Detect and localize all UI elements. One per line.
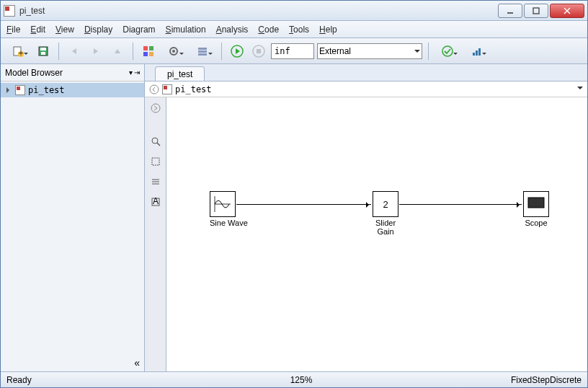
stop-button[interactable] [249,42,268,61]
model-browser-panel: Model Browser ▾ ⇥ pi_test « [1,64,145,371]
path-input[interactable] [175,84,574,94]
toggle-sample-time-icon[interactable] [148,174,164,190]
menu-tools[interactable]: Tools [289,25,309,35]
svg-rect-30 [152,158,159,165]
svg-rect-1 [533,8,539,14]
chevron-down-icon[interactable] [577,87,583,92]
sine-wave-icon [212,193,233,215]
maximize-button[interactable] [524,4,548,18]
configuration-button[interactable] [161,42,187,61]
svg-line-29 [157,143,160,146]
svg-rect-17 [198,50,207,53]
menu-display[interactable]: Display [84,25,112,35]
svg-rect-8 [40,48,46,50]
new-icon: + [12,45,24,57]
new-model-button[interactable]: + [5,42,31,61]
status-solver[interactable]: FixedStepDiscrete [458,375,587,385]
toolbar: + External [1,38,587,64]
tree-item-label: pi_test [28,85,65,95]
menu-help[interactable]: Help [319,25,337,35]
run-button[interactable] [228,42,246,61]
menu-view[interactable]: View [55,25,74,35]
svg-rect-18 [198,53,207,56]
expander-icon[interactable] [6,87,12,93]
menu-simulation[interactable]: Simulation [166,25,206,35]
status-bar: Ready 125% FixedStepDiscrete [1,371,587,387]
explorer-icon [197,45,208,57]
tab-model[interactable]: pi_test [155,66,205,81]
close-button[interactable] [550,4,584,18]
simulation-mode-value: External [319,46,351,56]
collapse-browser-icon[interactable]: « [134,357,140,369]
app-icon [4,5,15,17]
chevron-down-icon [453,53,458,57]
block-label: Slider Gain [373,219,398,236]
svg-text:A: A [152,197,158,206]
forward-button[interactable] [86,42,105,61]
block-slider-gain[interactable]: 2 Slider Gain [373,191,398,236]
arrow-up-icon [112,46,122,56]
status-ready: Ready [1,375,145,385]
deploy-icon [471,45,482,57]
block-scope[interactable]: Scope [523,191,549,227]
svg-point-26 [150,85,159,94]
signal-wire[interactable] [399,204,522,205]
menu-file[interactable]: File [6,25,20,35]
arrow-right-icon [91,46,101,56]
svg-point-15 [172,50,175,53]
stop-icon [252,45,265,58]
menu-edit[interactable]: Edit [30,25,45,35]
svg-point-27 [151,104,160,113]
tree-item-root[interactable]: pi_test [1,83,144,97]
build-button[interactable] [435,42,460,61]
deploy-button[interactable] [463,42,489,61]
save-button[interactable] [34,42,53,61]
library-icon [143,45,154,57]
svg-rect-38 [528,198,544,208]
svg-rect-12 [143,52,148,56]
svg-point-22 [442,46,453,56]
block-sine-wave[interactable]: Sine Wave [210,191,248,227]
path-bar [145,81,587,97]
tab-bar: pi_test [145,64,587,81]
annotation-icon[interactable]: A [148,194,164,210]
scope-icon [525,193,547,215]
model-canvas[interactable]: Sine Wave 2 Slider Gain [166,97,587,371]
svg-rect-9 [41,52,45,55]
fit-to-view-icon[interactable] [148,154,164,169]
menu-diagram[interactable]: Diagram [122,25,155,35]
svg-rect-25 [478,48,481,56]
model-explorer-button[interactable] [190,42,215,61]
svg-text:+: + [18,48,23,57]
simulation-mode-select[interactable]: External [317,43,422,59]
title-bar: pi_test [1,1,587,21]
menu-analysis[interactable]: Analysis [216,25,249,35]
library-browser-button[interactable] [139,42,158,61]
model-icon [15,85,25,95]
stop-time-input[interactable] [271,43,314,59]
block-label: Sine Wave [210,219,248,227]
signal-wire[interactable] [236,204,371,205]
menu-bar: File Edit View Display Diagram Simulatio… [1,21,587,38]
gear-icon [168,45,179,57]
menu-code[interactable]: Code [258,25,279,35]
chevron-down-icon [208,53,213,57]
browser-options-icon[interactable]: ▾ [129,69,133,76]
nav-back-icon[interactable] [149,84,159,94]
chevron-down-icon [24,53,28,57]
chevron-down-icon [414,50,420,56]
model-browser-title: Model Browser [5,68,63,78]
browser-pin-icon[interactable]: ⇥ [134,69,140,76]
minimize-button[interactable] [498,4,522,18]
model-icon [162,84,172,94]
canvas-tool-strip: A [145,97,166,371]
gain-value: 2 [383,199,388,210]
zoom-icon[interactable] [148,133,164,149]
back-button[interactable] [65,42,84,61]
arrow-left-icon [69,46,79,56]
status-zoom[interactable]: 125% [145,375,458,385]
up-button[interactable] [108,42,127,61]
svg-rect-23 [473,53,475,56]
nav-arrow-icon[interactable] [148,100,164,116]
chevron-down-icon [482,53,486,57]
